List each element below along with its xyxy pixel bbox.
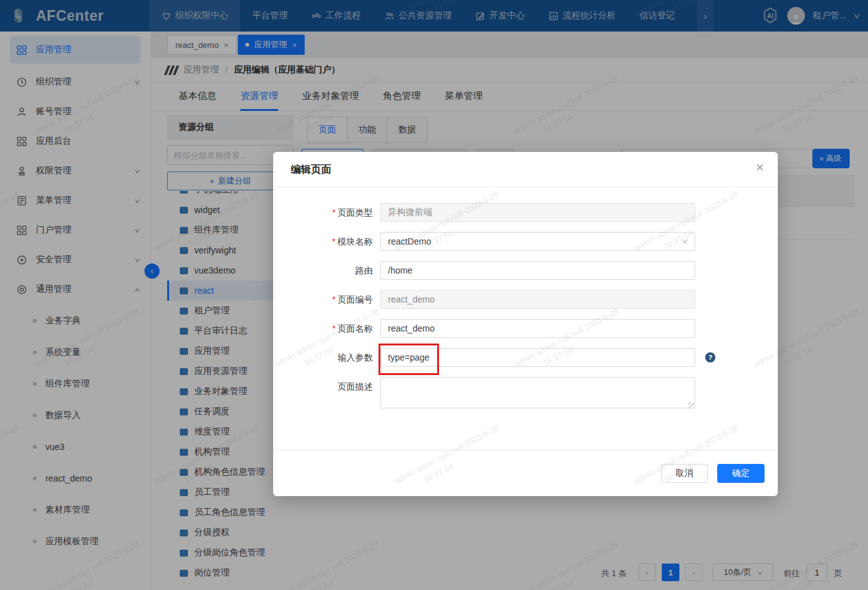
resize-handle-icon[interactable] bbox=[688, 402, 694, 408]
page-description-textarea[interactable] bbox=[380, 377, 695, 408]
modal-title: 编辑页面 bbox=[291, 163, 331, 176]
field-module-name: *模块名称 ∨ bbox=[273, 232, 778, 251]
field-label: 页面编号 bbox=[337, 294, 373, 304]
modal-body: *页面类型 *模块名称 ∨ 路由 *页面编号 *页面名称 bbox=[273, 187, 778, 410]
modal-close-icon[interactable]: × bbox=[756, 161, 764, 175]
required-mark: * bbox=[332, 294, 336, 304]
field-label: 路由 bbox=[355, 265, 373, 275]
field-label: 模块名称 bbox=[337, 236, 373, 246]
page-type-input bbox=[380, 203, 695, 222]
input-params-input[interactable] bbox=[380, 348, 695, 367]
edit-page-modal: 编辑页面 × *页面类型 *模块名称 ∨ 路由 *页面编号 bbox=[273, 152, 778, 496]
field-route: 路由 bbox=[273, 261, 778, 280]
field-page-description: 页面描述 bbox=[273, 377, 778, 410]
field-input-params: 输入参数 ? bbox=[273, 348, 778, 367]
field-page-type: *页面类型 bbox=[273, 203, 778, 222]
field-page-code: *页面编号 bbox=[273, 290, 778, 309]
field-label: 输入参数 bbox=[337, 352, 373, 362]
cancel-button[interactable]: 取消 bbox=[661, 464, 708, 483]
app-window: AFCenter 组织权限中心 平台管理 工作流程 公共资源管理 开发中心 bbox=[0, 0, 868, 590]
required-mark: * bbox=[332, 207, 336, 217]
help-icon[interactable]: ? bbox=[705, 352, 715, 362]
modal-header: 编辑页面 × bbox=[273, 152, 778, 187]
confirm-button[interactable]: 确定 bbox=[717, 464, 765, 483]
page-name-input[interactable] bbox=[380, 319, 695, 338]
field-page-name: *页面名称 bbox=[273, 319, 778, 338]
required-mark: * bbox=[332, 236, 336, 246]
required-mark: * bbox=[332, 323, 336, 333]
module-name-select[interactable] bbox=[380, 232, 695, 251]
modal-footer: 取消 确定 bbox=[273, 449, 778, 496]
field-label: 页面类型 bbox=[337, 207, 373, 217]
field-label: 页面名称 bbox=[337, 323, 373, 333]
field-label: 页面描述 bbox=[337, 381, 373, 391]
route-input[interactable] bbox=[380, 261, 695, 280]
page-code-input bbox=[380, 290, 695, 309]
